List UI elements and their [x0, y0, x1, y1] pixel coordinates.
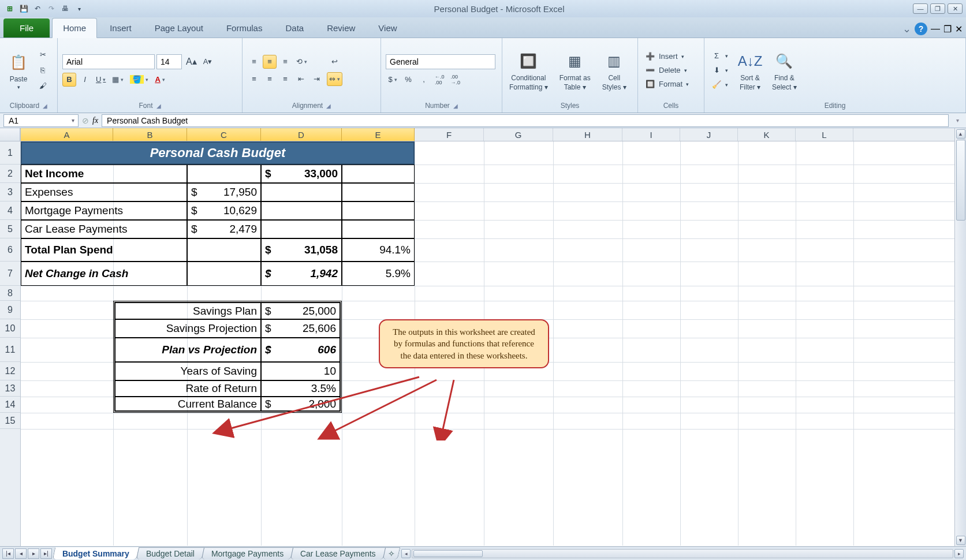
clear-button[interactable]: 🧹▾ — [709, 79, 730, 91]
cell[interactable]: Savings Plan — [115, 303, 261, 319]
format-painter-icon[interactable]: 🖌 — [36, 79, 50, 93]
cell[interactable]: Rate of Return — [115, 380, 261, 397]
row-header[interactable]: 15 — [0, 413, 20, 429]
row-header[interactable]: 8 — [0, 286, 20, 301]
expand-formula-bar-icon[interactable]: ▾ — [952, 117, 963, 124]
cell[interactable] — [187, 262, 261, 286]
underline-button[interactable]: U — [94, 73, 108, 87]
cell[interactable]: $2,479 — [187, 220, 261, 238]
cell[interactable]: $606 — [261, 338, 340, 362]
paste-button[interactable]: 📋 Paste ▾ — [5, 51, 32, 90]
column-header[interactable]: I — [622, 128, 680, 141]
format-as-table-button[interactable]: ▦Format asTable ▾ — [557, 50, 593, 91]
autosum-button[interactable]: Σ▾ — [709, 50, 730, 62]
decrease-decimal-button[interactable]: .00→.0 — [449, 73, 463, 87]
grid-area[interactable]: A B C D E F G H I J K L — [21, 128, 954, 546]
row-header[interactable]: 2 — [0, 165, 20, 183]
help-icon[interactable]: ? — [915, 23, 927, 35]
insert-cells-button[interactable]: ➕Insert ▾ — [643, 50, 691, 63]
cell[interactable]: Expenses — [21, 183, 187, 201]
column-header[interactable]: K — [738, 128, 796, 141]
cell[interactable]: $25,000 — [261, 303, 340, 319]
find-select-button[interactable]: 🔍Find &Select ▾ — [770, 50, 799, 91]
tab-nav-next-icon[interactable]: ▸ — [28, 548, 39, 559]
align-left-icon[interactable]: ≡ — [247, 72, 261, 86]
cell-styles-button[interactable]: ▥CellStyles ▾ — [600, 50, 629, 91]
cell[interactable]: Net Income — [21, 165, 187, 183]
cell[interactable] — [342, 201, 415, 220]
font-color-button[interactable]: A — [152, 73, 167, 87]
cell[interactable]: Savings Projection — [115, 319, 261, 338]
cell[interactable]: Mortgage Payments — [21, 201, 187, 220]
align-middle-icon[interactable]: ≡ — [263, 55, 277, 69]
align-right-icon[interactable]: ≡ — [278, 72, 292, 86]
tab-view[interactable]: View — [368, 18, 407, 38]
cell[interactable] — [261, 220, 342, 238]
select-all-corner[interactable] — [0, 128, 20, 141]
cell[interactable]: Years of Saving — [115, 362, 261, 380]
grow-font-icon[interactable]: A▴ — [184, 55, 199, 69]
indent-inc-icon[interactable]: ⇥ — [309, 72, 323, 86]
workbook-restore-button[interactable]: ❐ — [943, 24, 952, 35]
borders-button[interactable]: ▦ — [110, 73, 126, 87]
merge-center-button[interactable]: ⇔ — [327, 72, 342, 86]
qat-customize-icon[interactable]: ▾ — [73, 2, 85, 15]
fill-button[interactable]: ⬇▾ — [709, 64, 730, 77]
shrink-font-icon[interactable]: A▾ — [201, 55, 215, 69]
close-button[interactable]: ✕ — [948, 3, 963, 14]
row-header[interactable]: 10 — [0, 319, 20, 338]
font-name-combo[interactable] — [62, 54, 155, 69]
cell[interactable]: $2,000 — [261, 397, 340, 411]
sort-filter-button[interactable]: A↓ZSort &Filter ▾ — [736, 50, 764, 91]
cell[interactable]: $10,629 — [187, 201, 261, 220]
dialog-launcher-icon[interactable]: ◢ — [453, 103, 458, 109]
cancel-formula-icon[interactable]: ⊘ — [82, 116, 89, 125]
cell[interactable]: 5.9% — [342, 262, 415, 286]
sheet-tab-car-lease-payments[interactable]: Car Lease Payments — [290, 547, 386, 559]
new-sheet-button[interactable]: ✧ — [383, 547, 400, 559]
align-bottom-icon[interactable]: ≡ — [278, 55, 292, 69]
tab-review[interactable]: Review — [316, 18, 365, 38]
horizontal-scrollbar[interactable]: ◂ ▸ — [399, 549, 966, 558]
cell[interactable] — [342, 220, 415, 238]
scroll-left-icon[interactable]: ◂ — [401, 549, 411, 558]
tab-home[interactable]: Home — [52, 18, 97, 38]
column-header[interactable]: A — [21, 128, 113, 141]
row-header[interactable]: 13 — [0, 380, 20, 397]
excel-icon[interactable]: ⊞ — [3, 2, 16, 15]
cell[interactable]: $33,000 — [261, 165, 342, 183]
vertical-scrollbar[interactable]: ▲ ▼ — [954, 128, 966, 546]
delete-cells-button[interactable]: ➖Delete ▾ — [643, 64, 691, 77]
scroll-right-icon[interactable]: ▸ — [954, 549, 964, 558]
cell[interactable] — [342, 183, 415, 201]
maximize-button[interactable]: ❐ — [930, 3, 945, 14]
column-header[interactable]: B — [113, 128, 187, 141]
redo-icon[interactable]: ↷ — [45, 2, 58, 15]
cell[interactable] — [261, 183, 342, 201]
cell[interactable]: $1,942 — [261, 262, 342, 286]
tab-nav-prev-icon[interactable]: ◂ — [15, 548, 27, 559]
format-cells-button[interactable]: 🔲Format ▾ — [643, 78, 691, 91]
cell[interactable]: $25,606 — [261, 319, 340, 338]
dialog-launcher-icon[interactable]: ◢ — [326, 103, 331, 109]
tab-nav-first-icon[interactable]: |◂ — [2, 548, 14, 559]
save-icon[interactable]: 💾 — [17, 2, 30, 15]
row-header[interactable]: 12 — [0, 362, 20, 380]
column-header[interactable]: L — [796, 128, 853, 141]
sheet-tab-mortgage-payments[interactable]: Mortgage Payments — [202, 547, 294, 559]
tab-page-layout[interactable]: Page Layout — [144, 18, 214, 38]
cell[interactable]: Car Lease Payments — [21, 220, 187, 238]
row-header[interactable]: 5 — [0, 220, 20, 238]
scroll-thumb[interactable] — [956, 140, 965, 221]
bold-button[interactable]: B — [62, 73, 76, 87]
column-header[interactable]: F — [415, 128, 484, 141]
cell[interactable] — [187, 238, 261, 262]
sheet-tab-budget-detail[interactable]: Budget Detail — [136, 547, 205, 559]
fill-color-button[interactable]: 🪣 — [128, 73, 151, 87]
cell[interactable] — [187, 165, 261, 183]
column-header[interactable]: D — [261, 128, 342, 141]
indent-dec-icon[interactable]: ⇤ — [294, 72, 308, 86]
tab-formulas[interactable]: Formulas — [216, 18, 273, 38]
comma-format-button[interactable]: , — [417, 73, 431, 87]
cell[interactable]: 10 — [261, 362, 340, 380]
